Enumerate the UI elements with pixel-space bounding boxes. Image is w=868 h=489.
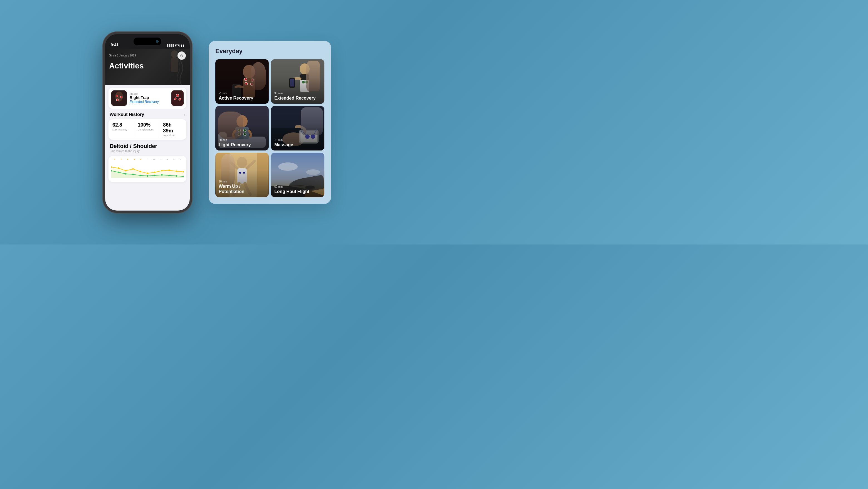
svg-point-4 (116, 95, 118, 97)
signal-bars-icon: ▐▐▐▐ (166, 44, 174, 47)
svg-rect-51 (290, 79, 294, 87)
activity-thumbnail (111, 90, 127, 106)
svg-point-6 (116, 99, 119, 101)
warm-up-duration: 10 min (219, 180, 266, 183)
chart-label-8: 0 (165, 158, 169, 161)
chart-label-1: 7 (119, 158, 123, 161)
svg-point-40 (251, 79, 254, 82)
massage-title: Massage (274, 142, 321, 147)
chart-labels: 7 7 3 5 4 0 0 0 0 0 0 (111, 158, 184, 161)
panel-title: Everyday (215, 48, 324, 55)
body-part-subtitle: Pain related to the injury (110, 150, 185, 153)
chart-label-3: 5 (132, 158, 136, 161)
light-recovery-duration: 30 min (219, 139, 266, 142)
svg-rect-50 (289, 78, 295, 88)
status-time: 9:41 (111, 42, 119, 47)
svg-point-72 (237, 157, 247, 168)
activities-title: Activities (105, 60, 190, 70)
svg-point-61 (238, 133, 241, 136)
chevron-right-icon: › (184, 112, 185, 117)
activity-name: Right Trap (130, 95, 168, 100)
grid-item-long-haul[interactable]: 60 min Long Haul Flight (271, 153, 324, 197)
svg-point-57 (237, 115, 248, 127)
person-circle-icon: ⊙ (180, 53, 183, 58)
chart-label-5: 0 (145, 158, 150, 161)
total-time-value: 86h 39m (163, 122, 183, 134)
active-recovery-duration: 21 min (219, 92, 266, 95)
svg-point-47 (300, 63, 310, 74)
massage-content: 15 min Massage (271, 136, 324, 150)
since-label: Since 5 January 2019 (109, 54, 136, 57)
status-icons: ▐▐▐▐ ◤◥ ▮▮ (166, 44, 184, 47)
svg-rect-7 (172, 90, 184, 106)
grid-item-light-recovery[interactable]: 30 min Light Recovery (215, 106, 269, 151)
workout-history-row[interactable]: Workout History › (105, 109, 190, 119)
svg-point-59 (238, 129, 241, 132)
activities-grid: 21 min Active Recovery (215, 59, 324, 197)
grid-item-warm-up[interactable]: 10 min Warm Up / Potentiation (215, 153, 269, 197)
completeness-value: 100% (138, 122, 157, 128)
chart-label-4: 4 (138, 158, 143, 161)
completeness-label: Completeness (138, 128, 157, 131)
chart-label-6: 0 (152, 158, 156, 161)
svg-point-39 (244, 78, 247, 81)
svg-point-75 (243, 172, 245, 174)
phone-frame: 9:41 ▐▐▐▐ ◤◥ ▮▮ (103, 32, 192, 213)
grid-item-massage[interactable]: 15 min Massage (271, 106, 324, 151)
svg-point-10 (179, 98, 181, 100)
svg-point-77 (278, 162, 298, 171)
long-haul-content: 60 min Long Haul Flight (271, 182, 324, 197)
long-haul-duration: 60 min (274, 185, 321, 188)
total-time-label: Total Time (163, 134, 183, 137)
avatar-button[interactable]: ⊙ (178, 52, 186, 60)
stat-total-time: 86h 39m Total Time (163, 122, 183, 137)
chart-label-0: 7 (113, 158, 117, 161)
svg-point-5 (120, 96, 122, 98)
svg-point-42 (250, 83, 253, 86)
grid-item-active-recovery[interactable]: 21 min Active Recovery (215, 59, 269, 104)
grid-item-extended-recovery[interactable]: 35 min Extended Recovery (271, 59, 324, 104)
workout-history-label: Workout History (110, 112, 144, 117)
max-intensity-label: Max Intensity (113, 128, 132, 131)
extended-recovery-content: 35 min Extended Recovery (271, 89, 324, 103)
svg-point-41 (245, 82, 248, 85)
phone-hero: Since 5 January 2019 ⊙ Activities (105, 49, 190, 85)
extended-recovery-duration: 35 min (274, 92, 321, 95)
chart-label-7: 0 (158, 158, 163, 161)
battery-icon: ▮▮ (181, 44, 184, 47)
chart-label-10: 0 (178, 158, 183, 161)
svg-point-60 (243, 129, 246, 132)
svg-point-53 (305, 81, 309, 84)
light-recovery-content: 30 min Light Recovery (215, 136, 269, 150)
active-recovery-content: 21 min Active Recovery (215, 89, 269, 103)
activity-type: Extended Recovery (130, 100, 168, 104)
activity-time-ago: 2h ago (130, 92, 168, 95)
scene: 9:41 ▐▐▐▐ ◤◥ ▮▮ (0, 0, 434, 245)
chart-label-2: 3 (125, 158, 130, 161)
svg-point-37 (243, 65, 255, 79)
chart-area: 7 7 3 5 4 0 0 0 0 0 0 (108, 156, 186, 182)
everyday-panel: Everyday (209, 41, 331, 204)
svg-rect-49 (300, 74, 309, 80)
light-recovery-title: Light Recovery (219, 142, 266, 147)
svg-point-62 (243, 133, 246, 136)
pain-chart (111, 162, 184, 179)
max-intensity-value: 62.8 (113, 122, 132, 128)
wifi-icon: ◤◥ (175, 44, 180, 47)
warm-up-title: Warm Up / Potentiation (219, 184, 266, 194)
massage-duration: 15 min (274, 139, 321, 142)
recent-activity-card[interactable]: 2h ago Right Trap Extended Recovery (108, 88, 186, 109)
active-recovery-title: Active Recovery (219, 95, 266, 101)
stat-max-intensity: 62.8 Max Intensity (113, 122, 135, 137)
dynamic-island (133, 37, 161, 45)
svg-point-52 (302, 81, 305, 84)
svg-point-74 (239, 172, 241, 174)
phone-mockup: 9:41 ▐▐▐▐ ◤◥ ▮▮ (103, 32, 192, 213)
camera-dot (156, 40, 159, 43)
svg-point-8 (176, 94, 179, 97)
body-section: Deltoid / Shoulder Pain related to the i… (105, 140, 190, 154)
stats-row: 62.8 Max Intensity 100% Completeness 86h… (108, 119, 186, 140)
body-part-title: Deltoid / Shoulder (110, 143, 185, 149)
chart-label-9: 0 (172, 158, 176, 161)
svg-point-9 (174, 98, 176, 100)
